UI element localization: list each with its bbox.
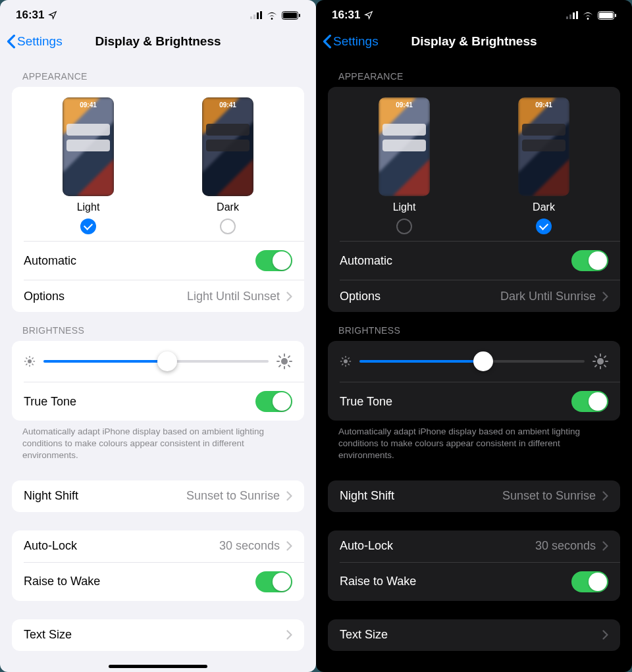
automatic-row: Automatic <box>12 242 304 280</box>
light-label: Light <box>393 201 416 213</box>
light-radio[interactable] <box>80 219 96 234</box>
back-label: Settings <box>333 34 379 49</box>
nav-bar: Settings Display & Brightness <box>316 30 632 58</box>
brightness-slider-row <box>12 341 304 382</box>
svg-line-48 <box>595 365 596 367</box>
sun-small-icon <box>340 355 352 367</box>
sun-large-icon <box>276 353 292 369</box>
svg-rect-30 <box>599 13 613 18</box>
textsize-card: Text Size <box>12 619 304 651</box>
raise-to-wake-row: Raise to Wake <box>328 563 620 601</box>
back-button[interactable]: Settings <box>323 34 379 49</box>
options-value: Dark Until Sunrise <box>500 290 596 303</box>
options-row[interactable]: Options Dark Until Sunrise <box>328 280 620 312</box>
svg-point-7 <box>28 359 32 363</box>
chevron-right-icon <box>286 541 292 551</box>
phone-light-mode: 16:31 Settings Display & Brightness APPE… <box>0 0 316 672</box>
wifi-icon <box>266 11 278 20</box>
autolock-row[interactable]: Auto-Lock 30 seconds <box>12 530 304 562</box>
svg-line-23 <box>279 365 280 367</box>
back-button[interactable]: Settings <box>7 34 63 49</box>
truetone-label: True Tone <box>24 395 76 409</box>
options-value: Light Until Sunset <box>187 290 280 303</box>
appearance-option-dark[interactable]: 09:41 Dark <box>518 97 569 234</box>
signal-icon <box>566 11 578 19</box>
automatic-toggle[interactable] <box>571 250 608 271</box>
nightshift-label: Night Shift <box>24 489 78 503</box>
section-header-appearance: APPEARANCE <box>0 58 316 87</box>
svg-line-40 <box>348 358 349 359</box>
phone-dark-mode: 16:31 Settings Display & Brightness APPE… <box>316 0 632 672</box>
status-time: 16:31 <box>16 9 44 22</box>
svg-line-46 <box>595 356 596 357</box>
svg-point-16 <box>281 358 288 365</box>
truetone-toggle[interactable] <box>571 391 608 412</box>
dark-radio[interactable] <box>536 219 552 234</box>
light-radio[interactable] <box>396 219 412 234</box>
chevron-right-icon <box>602 292 608 301</box>
battery-icon <box>598 11 616 20</box>
appearance-option-dark[interactable]: 09:41 Dark <box>202 97 253 234</box>
home-indicator[interactable] <box>109 665 207 668</box>
dark-preview-thumb: 09:41 <box>518 97 569 196</box>
brightness-slider[interactable] <box>43 351 269 371</box>
brightness-slider[interactable] <box>359 351 585 371</box>
wifi-icon <box>582 11 594 20</box>
raise-to-wake-label: Raise to Wake <box>24 575 100 588</box>
automatic-label: Automatic <box>24 254 76 268</box>
svg-line-13 <box>32 364 33 365</box>
nightshift-card: Night Shift Sunset to Sunrise <box>328 480 620 512</box>
appearance-option-light[interactable]: 09:41 Light <box>379 97 430 234</box>
automatic-toggle[interactable] <box>255 250 292 271</box>
dark-label: Dark <box>217 201 239 213</box>
raise-to-wake-row: Raise to Wake <box>12 563 304 601</box>
textsize-card: Text Size <box>328 619 620 651</box>
raise-to-wake-label: Raise to Wake <box>340 575 416 588</box>
options-label: Options <box>24 290 65 303</box>
truetone-row: True Tone <box>12 382 304 421</box>
svg-line-15 <box>32 358 33 359</box>
autolock-label: Auto-Lock <box>24 539 77 553</box>
svg-line-47 <box>604 365 606 367</box>
svg-line-22 <box>288 365 290 367</box>
status-time: 16:31 <box>332 9 360 22</box>
svg-rect-2 <box>257 13 259 19</box>
svg-line-49 <box>604 356 606 357</box>
truetone-note: Automatically adapt iPhone display based… <box>0 421 316 462</box>
svg-line-21 <box>279 356 280 357</box>
light-preview-thumb: 09:41 <box>379 97 430 196</box>
nightshift-value: Sunset to Sunrise <box>186 489 280 503</box>
status-bar: 16:31 <box>0 0 316 30</box>
chevron-right-icon <box>602 491 608 501</box>
svg-rect-1 <box>253 14 255 19</box>
textsize-row[interactable]: Text Size <box>12 619 304 651</box>
svg-rect-0 <box>250 16 252 19</box>
svg-line-14 <box>26 364 27 365</box>
autolock-value: 30 seconds <box>219 539 280 553</box>
location-icon <box>48 11 57 20</box>
svg-rect-28 <box>576 11 578 19</box>
dark-radio[interactable] <box>220 219 236 234</box>
chevron-right-icon <box>286 292 292 301</box>
textsize-row[interactable]: Text Size <box>328 619 620 651</box>
autolock-row[interactable]: Auto-Lock 30 seconds <box>328 530 620 562</box>
svg-point-41 <box>597 358 604 365</box>
options-label: Options <box>340 290 381 303</box>
nightshift-row[interactable]: Night Shift Sunset to Sunrise <box>12 480 304 512</box>
location-icon <box>364 11 373 20</box>
truetone-row: True Tone <box>328 382 620 421</box>
nightshift-value: Sunset to Sunrise <box>502 489 596 503</box>
svg-rect-3 <box>260 11 262 19</box>
raise-to-wake-toggle[interactable] <box>571 571 608 592</box>
nightshift-row[interactable]: Night Shift Sunset to Sunrise <box>328 480 620 512</box>
autolock-card: Auto-Lock 30 seconds Raise to Wake <box>328 530 620 601</box>
appearance-option-light[interactable]: 09:41 Light <box>63 97 114 234</box>
raise-to-wake-toggle[interactable] <box>255 571 292 592</box>
options-row[interactable]: Options Light Until Sunset <box>12 280 304 312</box>
appearance-card: 09:41 Light 09:41 Dark Automatic <box>328 87 620 312</box>
truetone-toggle[interactable] <box>255 391 292 412</box>
svg-rect-25 <box>566 16 568 19</box>
autolock-value: 30 seconds <box>535 539 596 553</box>
autolock-card: Auto-Lock 30 seconds Raise to Wake <box>12 530 304 601</box>
status-bar: 16:31 <box>316 0 632 30</box>
